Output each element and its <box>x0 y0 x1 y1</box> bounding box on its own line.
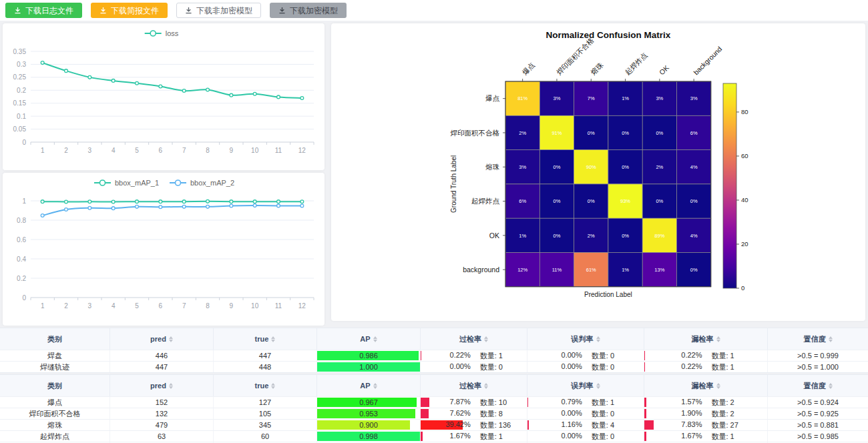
download-icon <box>99 7 107 14</box>
sort-icon[interactable] <box>271 383 275 389</box>
svg-text:0: 0 <box>22 294 26 302</box>
column-header-label: 类别 <box>47 334 62 344</box>
column-header-label: 过检率 <box>459 334 481 344</box>
sort-icon[interactable] <box>596 383 600 389</box>
table-header-row: 类别predtrueAP过检率误判率漏检率置信度 <box>0 328 868 350</box>
miss-pct-value: 7.83% <box>644 420 702 430</box>
over-pct-value: 1.67% <box>421 432 471 442</box>
svg-text:13%: 13% <box>654 267 664 273</box>
svg-text:7: 7 <box>182 147 186 154</box>
sort-icon[interactable] <box>484 383 488 389</box>
column-header-miss[interactable]: 漏检率 <box>644 375 768 396</box>
column-header-label: 漏检率 <box>692 334 714 344</box>
column-header-pred[interactable]: pred <box>110 375 214 396</box>
sort-icon[interactable] <box>271 336 275 342</box>
sort-down-caret <box>829 340 833 342</box>
column-header-conf[interactable]: 置信度 <box>768 375 868 396</box>
svg-text:0.6: 0.6 <box>17 236 26 244</box>
download-encrypted-model-button[interactable]: 下载加密模型 <box>270 3 347 18</box>
download-report-button[interactable]: 下载简报文件 <box>91 3 168 18</box>
svg-text:20: 20 <box>741 240 748 248</box>
over-rate-text: 0.22%数量: 1 <box>421 351 527 361</box>
column-header-miss[interactable]: 漏检率 <box>644 328 768 350</box>
column-header-mis[interactable]: 误判率 <box>527 328 644 350</box>
column-header-ap[interactable]: AP <box>317 375 421 396</box>
ap-value: 0.967 <box>359 398 378 406</box>
miss-pct-value: 1.57% <box>644 398 702 408</box>
over-pct-value: 7.62% <box>421 409 471 419</box>
label-value: 焊盘 <box>47 351 62 361</box>
column-header-mis[interactable]: 误判率 <box>527 375 644 396</box>
chart-legend[interactable]: bbox_mAP_1bbox_mAP_2 <box>94 179 234 187</box>
download-plain-model-button[interactable]: 下载非加密模型 <box>176 3 261 18</box>
svg-text:0%: 0% <box>622 130 629 136</box>
matrix-row-label: OK <box>489 232 499 240</box>
svg-text:93%: 93% <box>620 198 630 204</box>
chart-legend[interactable]: loss <box>145 29 179 37</box>
matrix-row-label: 爆点 <box>485 94 500 102</box>
over-qty-value: 数量: 136 <box>471 420 527 430</box>
true-value: 60 <box>261 432 269 440</box>
svg-text:0%: 0% <box>588 130 595 136</box>
sort-icon[interactable] <box>484 336 488 342</box>
svg-text:0%: 0% <box>554 198 561 204</box>
mis-qty-value: 数量: 0 <box>582 362 644 372</box>
sort-up-caret <box>596 336 600 339</box>
miss-cell: 1.57%数量: 2 <box>644 397 768 408</box>
sort-icon[interactable] <box>596 336 600 342</box>
table-row: 焊缝轨迹4474481.0000.00%数量: 00.00%数量: 00.22%… <box>0 361 868 372</box>
pred-value: 132 <box>156 410 168 418</box>
sort-up-caret <box>484 336 488 339</box>
sort-icon[interactable] <box>716 383 720 389</box>
over-cell: 7.87%数量: 10 <box>421 397 527 408</box>
miss-qty-value: 数量: 1 <box>702 351 768 361</box>
mis-rate-text: 0.79%数量: 1 <box>527 398 644 408</box>
sort-icon[interactable] <box>373 336 377 342</box>
column-header-true[interactable]: true <box>214 328 317 350</box>
mis-qty-value: 数量: 0 <box>582 432 644 442</box>
sort-icon[interactable] <box>829 336 833 342</box>
column-header-ap[interactable]: AP <box>317 328 421 350</box>
download-log-button[interactable]: 下载日志文件 <box>5 3 82 18</box>
column-header-over[interactable]: 过检率 <box>421 328 527 350</box>
svg-text:0%: 0% <box>622 233 629 239</box>
table-row: 熔珠4793450.90039.42%数量: 1361.16%数量: 47.83… <box>0 419 868 430</box>
conf-cell: >0.5 = 0.925 <box>768 408 868 419</box>
ap-value: 0.953 <box>359 410 378 418</box>
svg-text:0.05: 0.05 <box>13 125 27 133</box>
sort-icon[interactable] <box>373 383 377 389</box>
label-value: 爆点 <box>47 398 62 408</box>
sort-icon[interactable] <box>829 383 833 389</box>
svg-text:2%: 2% <box>656 164 663 170</box>
mis-rate-text: 0.00%数量: 0 <box>527 409 644 419</box>
column-header-true[interactable]: true <box>214 375 317 396</box>
confusion-matrix-card: Normalized Confusion Matrix81%3%7%1%3%3%… <box>331 23 865 321</box>
column-header-over[interactable]: 过检率 <box>421 375 527 396</box>
svg-text:5: 5 <box>135 147 139 154</box>
sort-icon[interactable] <box>169 336 173 342</box>
column-header-pred[interactable]: pred <box>110 328 214 350</box>
miss-rate-text: 1.67%数量: 1 <box>644 432 767 442</box>
svg-text:4%: 4% <box>690 164 698 170</box>
metrics-tables: 类别predtrueAP过检率误判率漏检率置信度焊盘4464470.9860.2… <box>0 328 868 443</box>
svg-text:4: 4 <box>112 147 116 154</box>
true-cell: 447 <box>214 350 317 361</box>
over-cell: 7.62%数量: 8 <box>421 408 527 419</box>
sort-icon[interactable] <box>169 383 173 389</box>
over-cell: 0.22%数量: 1 <box>421 350 527 361</box>
download-icon <box>14 7 21 14</box>
svg-text:3%: 3% <box>656 95 663 101</box>
conf-value: >0.5 = 0.985 <box>797 432 839 440</box>
miss-cell: 0.22%数量: 1 <box>644 350 768 361</box>
mis-qty-value: 数量: 0 <box>582 409 644 419</box>
sort-icon[interactable] <box>716 336 720 342</box>
svg-text:0.2: 0.2 <box>17 275 26 282</box>
loss-chart: 00.050.10.150.20.250.30.3512345678910111… <box>3 23 324 167</box>
mis-cell: 0.79%数量: 1 <box>527 397 644 408</box>
column-header-conf[interactable]: 置信度 <box>768 328 868 350</box>
table-row: 焊印面积不合格1321050.9537.62%数量: 80.00%数量: 01.… <box>0 408 868 419</box>
bbox-map-chart: 00.20.40.60.81123456789101112bbox_mAP_1b… <box>3 173 324 323</box>
conf-cell: >0.5 = 0.924 <box>768 397 868 408</box>
svg-text:0%: 0% <box>554 164 561 170</box>
pred-value: 447 <box>156 363 168 371</box>
